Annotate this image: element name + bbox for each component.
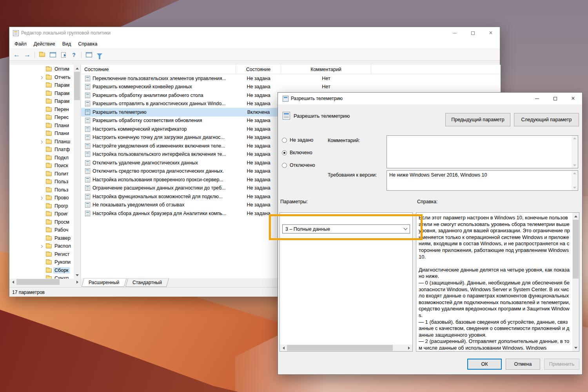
radio-enabled[interactable]: Включено [282,149,312,157]
forward-button[interactable]: → [22,50,32,60]
policy-icon [283,112,290,120]
chevron-right-icon[interactable] [40,76,43,79]
tree-horizontal-scrollbar[interactable] [9,279,81,285]
tree-item[interactable]: Оптим [9,66,74,74]
dialog-title-bar[interactable]: Разрешить телеметрию × [278,93,582,104]
next-setting-button[interactable]: Следующий параметр [514,113,579,126]
tree-item[interactable]: Перен [9,106,74,114]
column-header-setting[interactable]: Состояние [81,65,236,74]
policy-icon [85,135,90,140]
filter-button[interactable] [94,50,104,60]
scroll-left-button[interactable] [9,279,16,285]
apply-button[interactable]: Применить [544,359,579,370]
chevron-right-icon[interactable] [40,140,43,143]
chevron-right-icon[interactable] [40,197,43,200]
tree-item[interactable]: Синхр [9,275,74,279]
tree-item[interactable]: Отчеть [9,74,74,82]
comment-input[interactable] [387,135,578,168]
menu-help[interactable]: Справка [74,40,101,48]
tree-item[interactable]: Парам [9,90,74,98]
tree-item[interactable]: Плани [9,130,74,138]
tree-item[interactable]: Прогр [9,202,74,211]
options-horizontal-scrollbar[interactable] [280,345,412,351]
menu-file[interactable]: Файл [11,40,30,48]
tree-item[interactable]: Польз [9,178,74,186]
radio-checked-icon [282,150,287,155]
tree-item[interactable]: Парам [9,98,74,106]
column-header-state[interactable]: Состояние [236,65,281,74]
policy-state: Не задана [236,101,281,106]
scroll-down-button[interactable] [74,272,80,279]
scrollbar-thumb[interactable] [573,220,579,279]
gpe-title-bar[interactable]: Редактор локальной групповой политики × [9,27,500,39]
tree-item[interactable]: Подкл [9,154,74,162]
tree-item-label: Польз [53,179,69,185]
minimize-icon [453,33,457,33]
menu-view[interactable]: Вид [59,40,75,48]
tree-item[interactable]: Перес [9,114,74,122]
policy-name: Разрешить отправлять в диагностических д… [93,101,226,106]
minimize-button[interactable] [528,93,546,104]
tree-vertical-scrollbar[interactable] [74,65,80,279]
tree-item[interactable]: Полит [9,170,74,179]
tree-item[interactable]: Парам [9,82,74,90]
arrow-up-icon [574,214,577,217]
tree-item[interactable]: Прово [9,194,74,202]
previous-setting-button[interactable]: Предыдущий параметр [445,113,510,126]
tree-item[interactable]: Польз [9,186,74,195]
supported-on-value: Не ниже Windows Server 2016, Windows 10 [389,172,569,178]
forward-icon: → [24,51,31,58]
scroll-down-button[interactable] [572,345,579,351]
show-window-button[interactable] [84,50,94,60]
tree-item[interactable]: Планш [9,138,74,146]
menu-action[interactable]: Действие [30,40,59,48]
tree-item[interactable]: Плани [9,122,74,130]
policy-state: Не задана [236,126,281,132]
supported-on-box[interactable]: Не ниже Windows Server 2016, Windows 10 [387,170,578,191]
tree-item[interactable]: Проиг [9,210,74,219]
cancel-button[interactable]: Отмена [506,359,540,370]
radio-disabled[interactable]: Отключено [282,161,315,169]
close-button[interactable]: × [564,93,582,104]
tab-extended[interactable]: Расширенный [82,278,127,287]
comment-scrollbar[interactable] [572,136,578,168]
close-button[interactable]: × [482,27,500,39]
tab-standard[interactable]: Стандартный [125,278,169,287]
tree-item[interactable]: Рабоч [9,226,74,235]
tree-item[interactable]: Просм [9,219,74,227]
gpe-toolbar: ← → ? [9,49,500,61]
export-list-button[interactable] [58,50,68,60]
console-tree-button[interactable] [37,50,47,60]
help-vertical-scrollbar[interactable] [572,213,579,351]
tree-item[interactable]: Развер [9,235,74,243]
policy-row[interactable]: Переключение пользовательских элементов … [81,74,501,83]
maximize-button[interactable] [464,27,482,39]
scroll-right-button[interactable] [406,345,412,351]
chevron-right-icon[interactable] [40,245,43,248]
scrollbar-thumb[interactable] [74,72,80,100]
window-view-button[interactable] [48,50,58,60]
back-button[interactable]: ← [12,50,22,60]
policy-state: Не задана [236,135,281,140]
scroll-right-button[interactable] [74,279,81,285]
scroll-up-button[interactable] [74,65,80,71]
supported-on-scrollbar[interactable] [572,171,578,190]
tree-item[interactable]: Поиск [9,162,74,170]
radio-not-configured[interactable]: Не задано [282,136,313,144]
column-header-comment[interactable]: Комментарий [281,65,371,74]
tree-item-selected[interactable]: Сборк [9,267,74,275]
tree-item[interactable]: Регист [9,251,74,259]
scroll-left-button[interactable] [280,345,287,351]
help-button[interactable]: ? [69,50,79,60]
ok-button[interactable]: ОК [467,359,502,370]
maximize-button[interactable] [546,93,564,104]
tree-item[interactable]: Платф [9,146,74,154]
minimize-button[interactable] [446,27,464,39]
scroll-up-button[interactable] [572,213,579,219]
scrollbar-thumb[interactable] [287,345,393,351]
tree-item[interactable]: Распол [9,242,74,251]
folder-icon [46,83,52,88]
policy-row[interactable]: Разрешить коммерческий конвейер данныхНе… [81,83,501,91]
tree-item[interactable]: Рукопи [9,259,74,267]
scrollbar-thumb[interactable] [16,279,60,285]
